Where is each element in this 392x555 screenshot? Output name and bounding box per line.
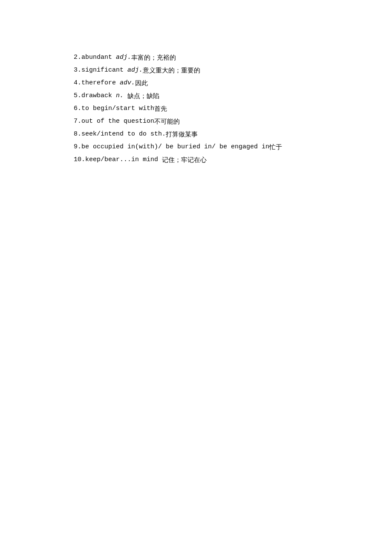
item-pos: n. (116, 90, 127, 102)
vocab-row: 2. abundant adj. 丰富的；充裕的 (74, 51, 392, 64)
item-number: 8. (74, 128, 81, 141)
item-definition: 忙于 (269, 141, 282, 153)
item-definition: 不可能的 (154, 115, 180, 128)
item-word: to begin/start with (81, 102, 154, 115)
item-number: 10. (74, 153, 85, 166)
item-definition: 丰富的；充裕的 (131, 51, 176, 64)
item-number: 2. (74, 51, 81, 64)
item-number: 7. (74, 115, 81, 128)
vocab-row: 6. to begin/start with 首先 (74, 102, 392, 115)
item-definition: 首先 (154, 102, 167, 115)
item-pos: adj. (127, 64, 143, 77)
vocab-row: 10. keep/bear...in mind 记住；牢记在心 (74, 153, 392, 166)
item-word: be occupied in(with)/ be buried in/ be e… (81, 141, 269, 153)
item-definition: 记住；牢记在心 (162, 153, 207, 166)
item-definition: 打算做某事 (166, 128, 198, 141)
item-number: 4. (74, 77, 81, 90)
item-number: 6. (74, 102, 81, 115)
vocab-row: 7. out of the question 不可能的 (74, 115, 392, 128)
item-word: keep/bear...in mind (85, 153, 162, 166)
item-word: significant (81, 64, 127, 77)
item-number: 5. (74, 90, 81, 102)
item-definition: 缺点；缺陷 (127, 90, 159, 102)
vocab-row: 5. drawback n. 缺点；缺陷 (74, 90, 392, 102)
item-pos: adv. (120, 77, 135, 90)
item-number: 3. (74, 64, 81, 77)
item-definition: 因此 (135, 77, 148, 90)
vocab-row: 8. seek/intend to do sth. 打算做某事 (74, 128, 392, 141)
item-number: 9. (74, 141, 81, 153)
item-word: therefore (81, 77, 120, 90)
vocabulary-list: 2. abundant adj. 丰富的；充裕的 3. significant … (74, 51, 392, 166)
item-word: out of the question (81, 115, 154, 128)
vocab-row: 9. be occupied in(with)/ be buried in/ b… (74, 141, 392, 153)
item-word: drawback (81, 90, 116, 102)
item-word: seek/intend to do sth. (81, 128, 166, 141)
item-definition: 意义重大的；重要的 (143, 64, 200, 77)
vocab-row: 4. therefore adv. 因此 (74, 77, 392, 90)
item-pos: adj. (116, 51, 131, 64)
vocab-row: 3. significant adj. 意义重大的；重要的 (74, 64, 392, 77)
item-word: abundant (81, 51, 116, 64)
